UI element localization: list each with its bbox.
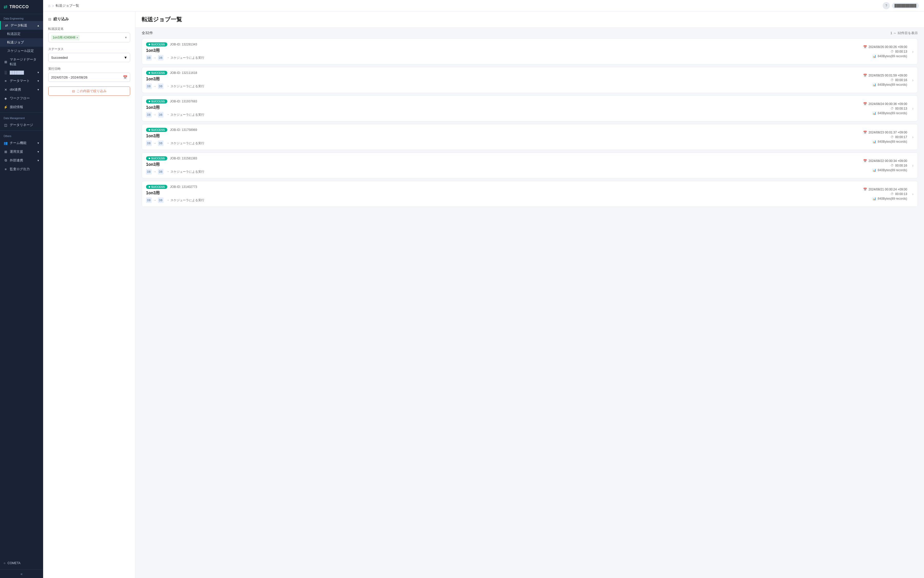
sidebar-item-external-integration[interactable]: ⧉ 外部連携 ▼ — [0, 156, 43, 165]
sidebar-item-unknown[interactable]: ░ ██████ ▼ — [0, 68, 43, 76]
workflow-icon: ◈ — [3, 96, 8, 101]
user-menu[interactable]: ██████████ — [892, 3, 919, 8]
sidebar-item-schedule-settings[interactable]: スケジュール設定 — [0, 47, 43, 55]
job-card-chevron-icon: › — [912, 50, 913, 54]
filter-select-chevron-icon: ▼ — [125, 36, 127, 39]
sidebar-collapse-button[interactable]: « — [0, 570, 43, 578]
status-text: SUCCESS — [151, 128, 165, 132]
job-card-right: 📅 2024/08/26 00:00:26 +09:00 ⏱ 00:00:13 … — [851, 45, 907, 58]
job-date-row: 📅 2024/08/24 00:00:36 +09:00 — [863, 102, 907, 106]
chevron-up-icon: ▲ — [37, 24, 39, 27]
sidebar-item-label: データマート — [10, 78, 30, 83]
filter-date-label: 実行日時 — [48, 67, 130, 71]
sidebar-item-data-lineage[interactable]: ◫ データリネージ — [0, 121, 43, 129]
job-card-top: SUCCESS JOB-ID: 131581383 — [146, 156, 848, 161]
calendar-icon: 📅 — [863, 45, 867, 49]
breadcrumb-current: 転送ジョブ一覧 — [56, 3, 79, 8]
job-date-row: 📅 2024/08/25 00:01:59 +09:00 — [863, 74, 907, 77]
data-transfer-icon: ⇄ — [4, 24, 8, 28]
job-card-right: 📅 2024/08/25 00:01:59 +09:00 ⏱ 00:00:16 … — [851, 74, 907, 86]
job-card[interactable]: SUCCESS JOB-ID: 131937683 1on3用 DB → DB … — [142, 96, 918, 122]
sidebar-item-label: データリネージ — [10, 123, 33, 127]
filter-date-value: 2024/07/26 - 2024/08/26 — [51, 75, 88, 79]
filter-status-chevron-icon: ▼ — [124, 55, 127, 60]
calendar-icon: 📅 — [863, 102, 867, 106]
filter-tag-remove-button[interactable]: × — [76, 36, 78, 39]
sidebar-item-label: 転送ジョブ — [7, 40, 24, 45]
cometa-icon: ○ — [3, 561, 5, 565]
job-name: 1on3用 — [146, 105, 848, 110]
job-card[interactable]: SUCCESS JOB-ID: 131758969 1on3用 DB → DB … — [142, 124, 918, 150]
sidebar-item-managed-data-transfer[interactable]: ⊞ マネージドデータ転送 — [0, 55, 43, 68]
sidebar-item-connections[interactable]: ⚡ 接続情報 — [0, 103, 43, 111]
calendar-icon: 📅 — [863, 159, 867, 163]
success-badge: SUCCESS — [146, 128, 167, 132]
help-button[interactable]: ? — [883, 2, 890, 9]
sidebar-item-data-transfer[interactable]: ⇄ データ転送 ▲ — [0, 21, 43, 30]
job-date: 2024/08/23 00:01:37 +09:00 — [869, 131, 907, 134]
success-dot — [149, 101, 150, 102]
sidebar-item-label: スケジュール設定 — [7, 49, 34, 53]
sidebar-item-operations[interactable]: ⊞ 運用支援 ▼ — [0, 147, 43, 156]
job-list: 転送ジョブ一覧 全32件 1 ～ 32件目を表示 SUCCESS JOB-ID:… — [135, 11, 924, 578]
job-size-row: 📊 840Bytes(89 records) — [872, 168, 907, 172]
job-name: 1on3用 — [146, 76, 848, 82]
job-card-chevron-icon: › — [912, 135, 913, 139]
sidebar-item-cometa[interactable]: ○ COMETA — [3, 560, 39, 567]
home-icon[interactable]: ⌂ — [48, 3, 50, 8]
filter-header: ⊟ 絞り込み — [48, 17, 130, 21]
job-duration-row: ⏱ 00:00:17 — [891, 135, 907, 139]
filter-tag-text: 1on3用 #240848 — [53, 36, 75, 40]
job-card-left: SUCCESS JOB-ID: 132281343 1on3用 DB → DB … — [146, 42, 848, 60]
sidebar-item-transfer-settings[interactable]: 転送設定 — [0, 30, 43, 38]
filter-transfer-name-input[interactable]: 1on3用 #240848 × ▼ — [48, 32, 130, 42]
sidebar-item-data-mart[interactable]: ≡ データマート ▼ — [0, 76, 43, 85]
arrow-icon: → — [153, 141, 156, 145]
job-card[interactable]: SUCCESS JOB-ID: 131402773 1on3用 DB → DB … — [142, 181, 918, 207]
page-title: 転送ジョブ一覧 — [142, 16, 918, 23]
job-card-top: SUCCESS JOB-ID: 132281343 — [146, 42, 848, 47]
job-card[interactable]: SUCCESS JOB-ID: 132111618 1on3用 DB → DB … — [142, 67, 918, 93]
sidebar-item-workflow[interactable]: ◈ ワークフロー — [0, 94, 43, 103]
filter-status-dropdown[interactable]: Succeeded ▼ — [48, 53, 130, 62]
chevron-down-icon: ▼ — [37, 142, 39, 144]
sidebar-item-label: 運用支援 — [10, 149, 23, 154]
job-card-icons: DB → DB ・ スケジューラによる実行 — [146, 83, 848, 89]
filter-date-input[interactable]: 2024/07/26 - 2024/08/26 📅 — [48, 73, 130, 82]
job-size-row: 📊 840Bytes(89 records) — [872, 83, 907, 86]
status-text: SUCCESS — [151, 71, 165, 75]
job-dest-icon: DB — [158, 112, 164, 118]
job-card-chevron-icon: › — [912, 192, 913, 196]
chart-icon: 📊 — [872, 54, 876, 58]
job-card[interactable]: SUCCESS JOB-ID: 131581383 1on3用 DB → DB … — [142, 153, 918, 179]
job-source-icon: DB — [146, 112, 152, 118]
clock-icon: ⏱ — [891, 135, 894, 139]
topbar: ⌂ › 転送ジョブ一覧 ? ██████████ — [43, 0, 924, 11]
clock-icon: ⏱ — [891, 78, 894, 82]
job-card-left: SUCCESS JOB-ID: 132111618 1on3用 DB → DB … — [146, 71, 848, 89]
breadcrumb-separator: › — [52, 3, 54, 8]
sidebar-item-dbt[interactable]: ✕ dbt連携 ▼ — [0, 85, 43, 94]
job-id: JOB-ID: 132281343 — [170, 42, 197, 46]
filter-apply-button[interactable]: ⊟ この内容で絞り込み — [48, 86, 130, 96]
arrow-icon: → — [153, 170, 156, 174]
job-id: JOB-ID: 131758969 — [170, 128, 197, 132]
job-size-row: 📊 840Bytes(89 records) — [872, 54, 907, 58]
job-date: 2024/08/25 00:01:59 +09:00 — [869, 74, 907, 77]
job-duration-row: ⏱ 00:00:13 — [891, 107, 907, 110]
job-card-chevron-icon: › — [912, 107, 913, 110]
sidebar-item-audit-log[interactable]: ≡ 監査ログ出力 — [0, 165, 43, 174]
sidebar-logo[interactable]: ⇄ TROCCO — [0, 0, 43, 14]
job-card[interactable]: SUCCESS JOB-ID: 132281343 1on3用 DB → DB … — [142, 39, 918, 65]
job-list-header: 転送ジョブ一覧 — [135, 11, 924, 28]
job-source-label: ・ スケジューラによる実行 — [167, 198, 204, 203]
sidebar-item-label: dbt連携 — [10, 87, 21, 92]
sidebar-item-team[interactable]: 👥 チーム機能 ▼ — [0, 139, 43, 147]
filter-tag: 1on3用 #240848 × — [51, 35, 80, 40]
job-card-left: SUCCESS JOB-ID: 131581383 1on3用 DB → DB … — [146, 156, 848, 175]
sidebar-item-transfer-jobs[interactable]: 転送ジョブ — [0, 38, 43, 47]
sidebar-item-label: チーム機能 — [10, 141, 26, 145]
arrow-icon: → — [153, 56, 156, 60]
sidebar-item-label: マネージドデータ転送 — [10, 57, 39, 67]
job-size-row: 📊 840Bytes(89 records) — [872, 140, 907, 143]
